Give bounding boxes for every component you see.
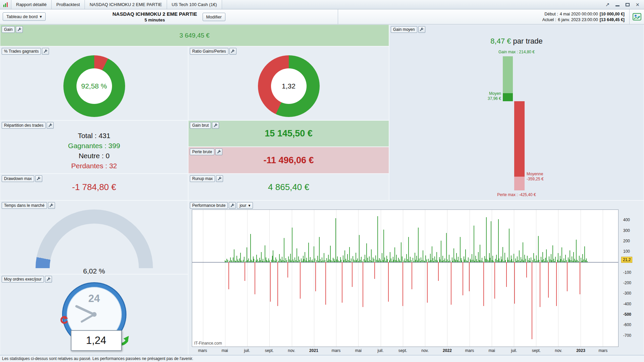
performance-bar: [455, 260, 456, 262]
x-tick-label: 2021: [309, 348, 318, 353]
gain-moyen-viz: Moyen37,96 € Moyenne-359,25 €: [389, 56, 644, 190]
performance-bar: [473, 260, 473, 262]
performance-plot[interactable]: IT-Finance.com: [192, 209, 619, 347]
performance-bar: [262, 261, 263, 262]
performance-bar: [464, 256, 464, 262]
performance-bar: [350, 261, 351, 262]
performance-bar: [339, 261, 340, 262]
performance-bar: [289, 259, 290, 262]
performance-bar: [419, 258, 420, 262]
minimize-icon[interactable]: [615, 5, 620, 6]
performance-bar: [451, 262, 451, 305]
performance-bar: [353, 256, 353, 262]
period-selector[interactable]: jour▾: [237, 202, 253, 209]
performance-bar: [502, 247, 503, 262]
performance-bar: [388, 262, 389, 302]
wrench-icon[interactable]: [47, 122, 54, 129]
performance-bar: [333, 258, 333, 262]
detach-window-icon[interactable]: ↗: [605, 2, 610, 7]
performance-bar: [371, 249, 372, 262]
performance-bar: [292, 228, 292, 262]
performance-bar: [247, 247, 247, 262]
performance-bar: [380, 259, 381, 262]
wrench-icon[interactable]: [42, 48, 49, 55]
performance-bar: [303, 256, 304, 262]
wrench-icon[interactable]: [229, 202, 236, 209]
disclaimer-text: Les statistiques ci-dessus sont relative…: [2, 356, 193, 361]
performance-bar: [348, 260, 349, 262]
performance-bar: [463, 262, 463, 296]
performance-bar: [274, 260, 274, 262]
performance-bar: [548, 262, 549, 298]
tab-strategy[interactable]: NASDAQ ICHIMOKU 2 EME PARTIE: [85, 0, 167, 9]
performance-bar: [235, 260, 235, 262]
performance-bar: [395, 260, 396, 262]
performance-bar: [317, 256, 318, 262]
panel-temps-marche: Temps dans le marché 6,02 %: [0, 200, 188, 274]
tab-instrument[interactable]: US Tech 100 Cash (1€): [167, 0, 222, 9]
y-tick-label: -700: [623, 333, 631, 338]
performance-bar: [582, 261, 582, 262]
performance-bar: [401, 242, 401, 262]
performance-bar: [387, 259, 388, 262]
performance-bar: [431, 260, 431, 262]
performance-bar: [559, 261, 559, 262]
performance-bar: [421, 257, 421, 262]
panel-moy-ordres-label: Moy ordres exec/jour: [2, 276, 44, 283]
actuel-label: Actuel :: [542, 17, 556, 22]
performance-bar: [398, 258, 399, 262]
performance-bar: [280, 259, 281, 262]
wrench-icon[interactable]: [35, 175, 42, 182]
performance-bar: [326, 258, 327, 262]
wrench-icon[interactable]: [215, 148, 222, 155]
performance-bar: [481, 260, 481, 262]
performance-bar: [583, 259, 584, 262]
performance-bar: [500, 261, 500, 262]
current-value-badge: 21,2: [621, 257, 632, 263]
performance-bar: [250, 234, 251, 262]
dashboard-dropdown-button[interactable]: Tableau de bord▾: [3, 12, 46, 21]
wrench-icon[interactable]: [418, 26, 425, 33]
performance-bar: [343, 255, 343, 262]
performance-bar: [351, 258, 352, 262]
report-screenshot-button[interactable]: [629, 9, 644, 24]
tab-rapport-detaille[interactable]: Rapport détaillé: [11, 0, 52, 9]
x-tick-label: sept.: [398, 348, 407, 353]
performance-bar: [263, 259, 263, 262]
performance-bar: [361, 257, 362, 262]
wrench-icon[interactable]: [45, 276, 52, 283]
wrench-icon[interactable]: [229, 48, 236, 55]
performance-bar: [290, 254, 291, 262]
performance-bar: [574, 259, 575, 262]
close-icon[interactable]: ×: [636, 2, 639, 8]
tab-label: ProBacktest: [56, 2, 80, 7]
performance-bar: [527, 256, 528, 262]
actuel-amount: [13 649,45 €]: [600, 17, 625, 22]
performance-bar: [291, 260, 291, 262]
wrench-icon[interactable]: [212, 122, 219, 129]
performance-bar: [386, 256, 387, 262]
performance-bar: [368, 261, 369, 262]
performance-bar: [586, 258, 587, 262]
performance-bar: [543, 259, 544, 262]
modify-button[interactable]: Modifier: [203, 13, 225, 21]
wrench-icon[interactable]: [48, 202, 55, 209]
maximize-icon[interactable]: [626, 3, 630, 6]
performance-bar: [261, 252, 262, 262]
performance-bar: [579, 256, 580, 262]
performance-bar: [501, 259, 502, 262]
performance-bar: [349, 247, 350, 262]
wrench-icon[interactable]: [16, 26, 23, 33]
y-tick-label: 400: [623, 218, 630, 222]
tab-probacktest[interactable]: ProBacktest: [52, 0, 85, 9]
performance-bar: [301, 258, 302, 262]
performance-bar: [389, 260, 390, 262]
wrench-icon[interactable]: [216, 175, 223, 182]
performance-bar: [478, 252, 479, 262]
performance-bar: [445, 261, 446, 262]
performance-bar: [240, 253, 241, 262]
performance-bar: [233, 257, 233, 262]
performance-bar: [440, 259, 440, 262]
performance-bar: [307, 261, 308, 262]
repartition-total: Total : 431: [0, 131, 188, 141]
